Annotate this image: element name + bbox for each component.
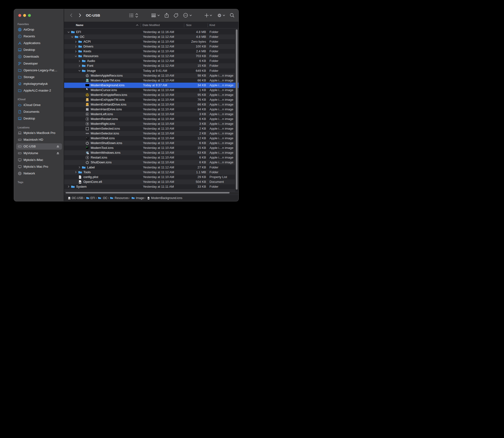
svg-text:M: M	[218, 14, 220, 17]
